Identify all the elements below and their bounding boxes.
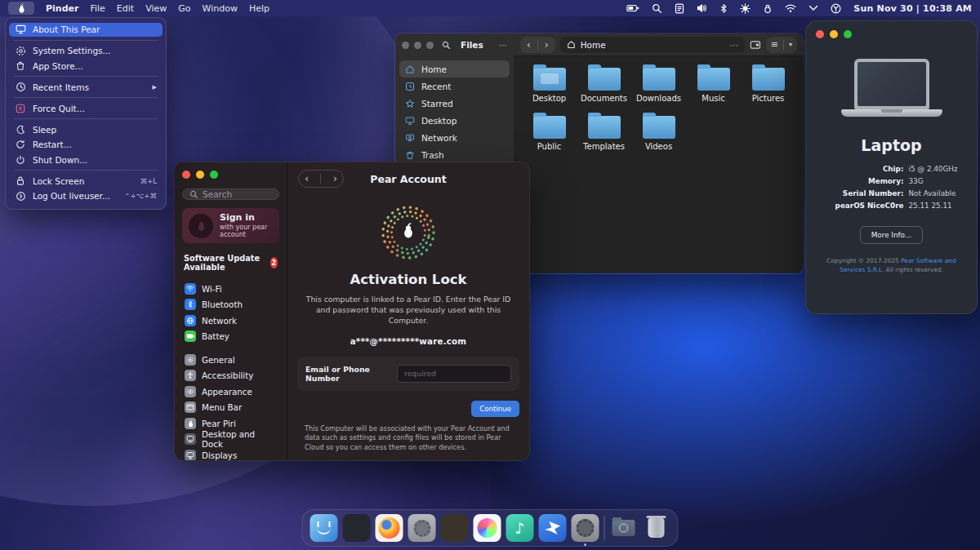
settings-item-bluetooth[interactable]: Bluetooth	[182, 297, 279, 313]
menu-item-log-out[interactable]: Log Out liveuser... ⌃+⌥+⌘	[9, 189, 163, 203]
settings-search[interactable]	[182, 189, 279, 200]
settings-item-desktop-and-dock[interactable]: Desktop and Dock	[182, 432, 279, 448]
more-info-button[interactable]: More Info...	[860, 226, 924, 244]
music-icon[interactable]: ♪	[506, 514, 534, 542]
settings-item-general[interactable]: General	[182, 352, 279, 368]
settings-item-appearance[interactable]: Appearance	[182, 384, 279, 400]
menu-item-force-quit[interactable]: Force Quit...	[9, 101, 163, 115]
clipboard-icon[interactable]	[675, 3, 684, 14]
wifi-icon[interactable]	[785, 4, 796, 13]
menu-item-restart[interactable]: Restart...	[9, 138, 163, 152]
settings-item-network[interactable]: Network	[182, 313, 279, 329]
close-button[interactable]	[816, 30, 824, 38]
search-icon[interactable]	[652, 3, 662, 14]
settings-item-accessibility[interactable]: Accessibility	[182, 368, 279, 384]
folder-templates[interactable]: Templates	[577, 114, 631, 151]
menubar-clock[interactable]: Sun Nov 30 | 10:38 AM	[853, 3, 972, 14]
trash-icon[interactable]	[643, 514, 670, 542]
menu-item-shut-down[interactable]: Shut Down...	[9, 153, 163, 166]
sidebar-item-network[interactable]: Network	[399, 129, 510, 146]
close-button[interactable]	[182, 171, 190, 179]
files-folder-icon[interactable]	[610, 514, 638, 542]
folder-public[interactable]: Public	[522, 114, 577, 151]
files-main-area: ‹ › Home ⋯	[514, 33, 804, 273]
folder-pictures[interactable]: Pictures	[741, 66, 795, 103]
list-view-icon[interactable]: ≡	[771, 39, 778, 50]
system-settings-icon[interactable]	[572, 514, 599, 542]
settings-item-battery[interactable]: Battey	[182, 329, 279, 345]
finder-icon[interactable]	[310, 514, 338, 542]
bluetooth-icon[interactable]	[719, 3, 728, 14]
forward-button[interactable]: ›	[333, 173, 337, 184]
more-options-icon[interactable]: ⋯	[499, 41, 507, 50]
minimize-button[interactable]	[414, 42, 421, 49]
firefox-icon[interactable]	[376, 514, 403, 542]
settings-item-displays[interactable]: Displays	[182, 447, 279, 461]
close-button[interactable]	[402, 42, 409, 49]
back-button[interactable]: ‹	[527, 39, 531, 51]
spec-list: Chip: i5 @ 2.40GHz Memory: 33G Serial Nu…	[825, 165, 957, 210]
minimize-button[interactable]	[830, 30, 838, 38]
path-options-icon[interactable]: ⋯	[729, 40, 738, 50]
menu-item-sleep[interactable]: Sleep	[9, 122, 163, 136]
menu-item-about-this-pear[interactable]: About This Pear	[9, 23, 163, 37]
continue-button[interactable]: Continue	[471, 401, 519, 417]
folder-desktop[interactable]: Desktop	[522, 66, 577, 103]
folder-downloads[interactable]: Downloads	[631, 66, 686, 103]
folder-music[interactable]: Music	[686, 66, 741, 103]
volume-icon[interactable]	[697, 3, 707, 13]
settings-item-menu-bar[interactable]: Menu Bar	[182, 400, 279, 416]
pear-piri-icon[interactable]	[539, 514, 567, 542]
control-center-icon[interactable]	[831, 3, 841, 14]
forward-button[interactable]: ›	[545, 39, 549, 51]
maximize-button[interactable]	[844, 30, 852, 38]
photos-icon[interactable]	[474, 514, 501, 542]
search-icon[interactable]	[442, 41, 451, 50]
gear-icon	[15, 46, 26, 56]
menu-window[interactable]: Window	[203, 3, 238, 14]
sidebar-item-desktop[interactable]: Desktop	[399, 112, 510, 129]
settings-item-wifi[interactable]: Wi-Fi	[182, 281, 279, 297]
lock-icon[interactable]	[763, 3, 773, 14]
active-app-name[interactable]: Pinder	[46, 3, 78, 14]
menu-go[interactable]: Go	[178, 3, 190, 14]
view-dropdown-icon[interactable]: ▾	[789, 41, 792, 48]
path-bar[interactable]: Home ⋯	[560, 37, 745, 53]
launchpad-icon[interactable]	[343, 514, 371, 542]
software-update-row[interactable]: Software Update Available 2	[182, 254, 279, 272]
chevron-down-icon[interactable]	[808, 5, 818, 11]
calculator-icon[interactable]	[441, 514, 469, 542]
maximize-button[interactable]	[426, 42, 434, 49]
pear-menu-button[interactable]	[8, 2, 34, 15]
menu-view[interactable]: View	[145, 3, 167, 14]
folder-videos[interactable]: Videos	[631, 114, 686, 151]
accessibility-icon	[185, 370, 196, 381]
sign-in-panel[interactable]: Sign in with your pear account	[182, 208, 279, 243]
pear-dropdown-menu: About This Pear System Settings... App S…	[5, 17, 167, 210]
menu-help[interactable]: Help	[249, 3, 270, 14]
menu-item-lock-screen[interactable]: Lock Screen ⌘+L	[9, 174, 163, 188]
sign-in-title: Sign in	[220, 213, 278, 224]
sidebar-item-trash[interactable]: Trash	[399, 146, 510, 163]
minimize-button[interactable]	[196, 171, 204, 179]
search-input[interactable]	[203, 189, 272, 199]
back-button[interactable]: ‹	[305, 173, 309, 184]
email-field[interactable]	[397, 365, 511, 383]
folder-documents[interactable]: Documents	[577, 66, 631, 103]
menu-item-app-store[interactable]: App Store...	[9, 59, 163, 73]
pear-id-ring-logo	[377, 202, 439, 264]
home-icon	[405, 64, 415, 74]
brightness-icon[interactable]	[740, 3, 751, 14]
sidebar-item-recent[interactable]: Recent	[399, 78, 510, 95]
menu-edit[interactable]: Edit	[117, 3, 134, 14]
menu-file[interactable]: File	[90, 3, 105, 14]
menu-item-recent-items[interactable]: Recent Items ▶	[9, 80, 163, 94]
sidebar-item-starred[interactable]: Starred	[399, 95, 510, 112]
spec-label: pearOS NiceC0re	[825, 202, 903, 210]
new-tab-icon[interactable]	[750, 40, 761, 50]
menu-item-system-settings[interactable]: System Settings...	[9, 44, 163, 58]
wheel-app-icon[interactable]	[408, 514, 436, 542]
battery-icon[interactable]	[626, 3, 639, 13]
sidebar-item-home[interactable]: Home	[399, 60, 510, 78]
maximize-button[interactable]	[210, 171, 218, 179]
